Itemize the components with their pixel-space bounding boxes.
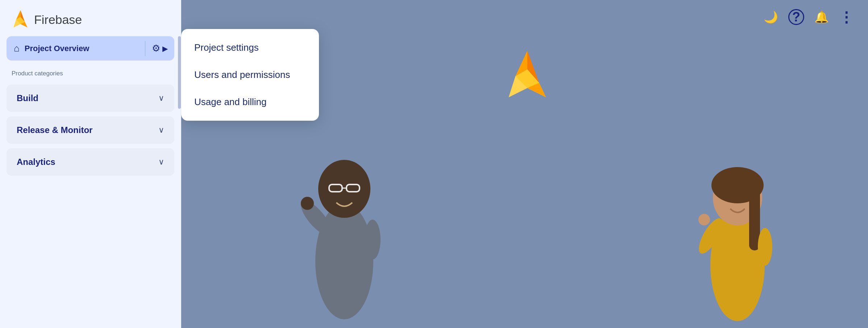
dark-mode-icon[interactable]: 🌙 <box>764 10 778 24</box>
gear-icon: ⚙ <box>152 43 160 54</box>
chevron-down-icon: ∨ <box>158 94 164 103</box>
sidebar-header: Firebase <box>0 0 181 36</box>
sidebar: Firebase ⌂ Project Overview ⚙ ▶ Product … <box>0 0 181 328</box>
chevron-right-icon: ▶ <box>162 44 168 53</box>
product-categories-label: Product categories <box>0 67 181 82</box>
sidebar-build-label: Build <box>17 93 38 103</box>
sidebar-item-build[interactable]: Build ∨ <box>7 84 174 112</box>
home-icon: ⌂ <box>14 43 20 54</box>
dropdown-menu: Project settings Users and permissions U… <box>181 29 319 121</box>
dropdown-item-users-permissions[interactable]: Users and permissions <box>181 61 319 88</box>
svg-point-11 <box>318 160 370 218</box>
project-overview-row: ⌂ Project Overview ⚙ ▶ <box>7 36 174 61</box>
chevron-down-icon-3: ∨ <box>158 157 164 167</box>
character-left <box>297 131 391 328</box>
project-overview-button[interactable]: ⌂ Project Overview <box>7 36 145 61</box>
sidebar-item-release-monitor[interactable]: Release & Monitor ∨ <box>7 116 174 144</box>
gear-settings-button[interactable]: ⚙ ▶ <box>145 37 174 60</box>
firebase-logo-icon <box>10 10 29 29</box>
chevron-down-icon-2: ∨ <box>158 125 164 135</box>
svg-point-23 <box>698 214 710 225</box>
character-right <box>694 142 781 328</box>
top-toolbar: 🌙 ? 🔔 ⋮ <box>764 9 854 25</box>
dropdown-item-usage-billing[interactable]: Usage and billing <box>181 88 319 116</box>
notification-icon[interactable]: 🔔 <box>814 10 829 24</box>
project-overview-label: Project Overview <box>25 44 90 53</box>
help-icon[interactable]: ? <box>788 9 804 25</box>
svg-point-17 <box>365 220 381 260</box>
sidebar-release-label: Release & Monitor <box>17 125 92 135</box>
svg-rect-21 <box>749 178 760 250</box>
more-options-icon[interactable]: ⋮ <box>839 9 854 25</box>
svg-point-16 <box>301 197 314 210</box>
main-content: 🌙 ? 🔔 ⋮ Project settings Users and permi… <box>181 0 868 328</box>
app-title: Firebase <box>34 13 82 27</box>
firebase-flame-large <box>503 51 547 103</box>
sidebar-analytics-label: Analytics <box>17 157 55 167</box>
dropdown-item-project-settings[interactable]: Project settings <box>181 34 319 61</box>
sidebar-item-analytics[interactable]: Analytics ∨ <box>7 148 174 176</box>
svg-point-24 <box>758 228 772 266</box>
scrollbar[interactable] <box>178 36 181 109</box>
